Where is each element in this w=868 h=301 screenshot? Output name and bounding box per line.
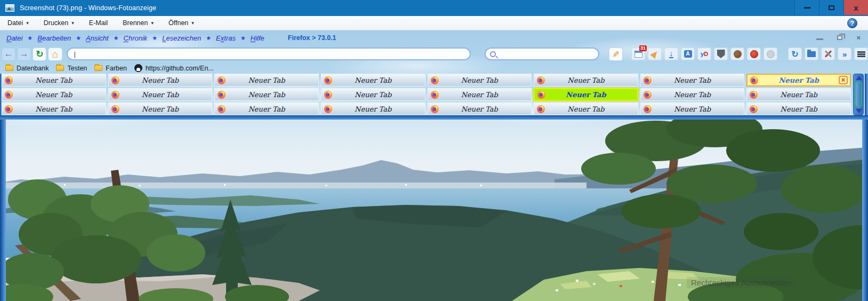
sync-button[interactable]: ↻ [788,47,802,60]
tab-neuer-tab-r3-c4[interactable]: Neuer Tab [321,102,425,115]
firefox-logo-icon [431,105,439,113]
firefox-logo-icon [5,76,13,84]
firefox-menu-chronik[interactable]: Chronik [124,34,148,42]
library-button[interactable] [805,47,818,60]
help-button[interactable]: ? [847,18,857,28]
titlebar: Screenshot (73).png - Windows-Fotoanzeig… [0,0,868,16]
tab-label: Neuer Tab [747,91,850,99]
viewer-menu-datei[interactable]: Datei▾ [0,16,36,30]
firefox-logo-icon [750,105,758,113]
tab-neuer-tab-r2-c1[interactable]: Neuer Tab [2,88,106,101]
tab-neuer-tab-r1-c2[interactable]: Neuer Tab [108,74,213,86]
tab-neuer-tab-r1-c6[interactable]: Neuer Tab [534,74,638,86]
hamburger-icon [857,51,865,57]
tab-neuer-tab-r2-c8[interactable]: Neuer Tab [746,88,851,101]
edit-bookmark-button[interactable]: ✎ [609,47,623,61]
yd-icon: yD [701,51,708,57]
firefox-minimize-button[interactable] [816,34,823,42]
developer-tools-button[interactable] [821,47,835,60]
close-button[interactable]: x [843,0,868,15]
viewer-menu-ffnen[interactable]: Öffnen▾ [161,16,202,30]
cookie-icon [734,50,742,58]
firefox-logo-icon [324,76,332,84]
tab-grid: Neuer TabNeuer TabNeuer TabNeuer TabNeue… [2,74,851,115]
firefox-close-button[interactable]: × [856,34,861,42]
address-bar-input[interactable]: | [67,47,471,60]
home-button[interactable]: ⌂ [48,47,62,61]
tab-neuer-tab-r2-c7[interactable]: Neuer Tab [640,88,745,101]
downloader-addon-button[interactable]: yD [697,47,711,60]
cleaner-addon-button[interactable] [648,47,662,60]
tab-neuer-tab-r1-c3[interactable]: Neuer Tab [214,74,319,86]
tab-neuer-tab-r3-c2[interactable]: Neuer Tab [108,102,213,115]
back-button[interactable]: ← [2,47,15,61]
firefox-logo-icon [644,91,652,99]
tab-neuer-tab-r2-c4[interactable]: Neuer Tab [321,88,425,101]
tab-neuer-tab-r2-c6[interactable]: Neuer Tab [534,88,638,101]
firefox-menu-items: Datei★Bearbeiten★Ansicht★Chronik★Lesezei… [6,34,264,42]
ublock-addon-button[interactable] [714,47,728,60]
maximize-icon [829,5,834,10]
tab-neuer-tab-r1-c1[interactable]: Neuer Tab [2,74,106,86]
tab-close-button[interactable]: × [839,76,848,84]
tab-neuer-tab-r2-c2[interactable]: Neuer Tab [108,88,213,101]
bookmark-github-link[interactable]: https://github.com/En... [146,65,214,72]
tab-neuer-tab-r3-c6[interactable]: Neuer Tab [534,102,638,115]
firefox-menubar: Datei★Bearbeiten★Ansicht★Chronik★Lesezei… [0,30,868,45]
tab-scrollbar[interactable] [853,74,864,115]
photo-content: Datei★Bearbeiten★Ansicht★Chronik★Lesezei… [0,30,868,301]
tab-neuer-tab-r3-c5[interactable]: Neuer Tab [428,102,532,115]
tab-neuer-tab-r2-c3[interactable]: Neuer Tab [214,88,319,101]
forward-button[interactable]: → [17,47,31,61]
menu-button[interactable] [854,47,868,60]
scroll-up-icon[interactable] [856,76,862,80]
disabled-addon-button[interactable] [763,47,777,60]
chevron-down-icon: ▾ [151,20,154,26]
tab-neuer-tab-r1-c7[interactable]: Neuer Tab [640,74,745,86]
tab-neuer-tab-r3-c1[interactable]: Neuer Tab [2,102,106,115]
viewer-menu-email[interactable]: E-Mail [82,16,115,30]
tab-neuer-tab-r1-c5[interactable]: Neuer Tab [428,74,532,86]
menu-label: Datei [7,19,23,27]
chevron-down-icon: ▾ [26,20,29,26]
calendar-addon-button[interactable]: 31 [631,47,645,60]
firefox-menu-hilfe[interactable]: Hilfe [251,34,264,42]
tab-label: Neuer Tab [641,76,744,84]
search-input[interactable] [485,47,599,60]
firefox-menu-ansicht[interactable]: Ansicht [86,34,109,42]
bookmark-folder-farben[interactable]: Farben [106,65,127,72]
tab-label: Neuer Tab [748,76,850,84]
bookmark-folder-datenbank[interactable]: Datenbank [17,65,49,72]
firefox-logo-icon [111,91,119,99]
viewer-menubar: Datei▾Drucken▾E-MailBrennen▾Öffnen▾ ? [0,16,868,30]
firefox-logo-icon [750,76,758,84]
tab-neuer-tab-r3-c3[interactable]: Neuer Tab [214,102,319,115]
reload-icon: ↻ [36,49,43,60]
scrollbar-thumb[interactable] [855,81,862,108]
bookmark-folder-testen[interactable]: Testen [67,65,87,72]
firefox-restore-button[interactable] [837,34,842,42]
firefox-logo-icon [750,91,758,99]
overflow-button[interactable]: » [838,47,851,60]
cookie-addon-button[interactable] [730,47,744,60]
reload-button[interactable]: ↻ [33,47,46,61]
viewer-menu-brennen[interactable]: Brennen▾ [115,16,161,30]
firefox-menu-datei[interactable]: Datei [6,34,22,42]
tab-neuer-tab-r3-c8[interactable]: Neuer Tab [746,102,851,115]
tab-neuer-tab-r1-c8[interactable]: Neuer Tab× [746,74,851,86]
minimize-button[interactable] [794,0,819,15]
star-icon: ★ [240,35,246,42]
viewer-menu-drucken[interactable]: Drucken▾ [36,16,82,30]
tab-neuer-tab-r3-c7[interactable]: Neuer Tab [640,102,745,115]
tab-neuer-tab-r2-c5[interactable]: Neuer Tab [428,88,532,101]
firefox-menu-bearbeiten[interactable]: Bearbeiten [37,34,71,42]
scroll-down-icon[interactable] [856,109,862,113]
calendar-icon [634,51,642,58]
maximize-button[interactable] [819,0,843,15]
translate-addon-button[interactable]: A [681,47,695,60]
firefox-menu-extras[interactable]: Extras [216,34,236,42]
tab-neuer-tab-r1-c4[interactable]: Neuer Tab [321,74,425,86]
firefox-menu-lesezeichen[interactable]: Lesezeichen [162,34,201,42]
download-button[interactable]: ↓ [664,47,678,60]
adblock-addon-button[interactable] [747,47,761,60]
